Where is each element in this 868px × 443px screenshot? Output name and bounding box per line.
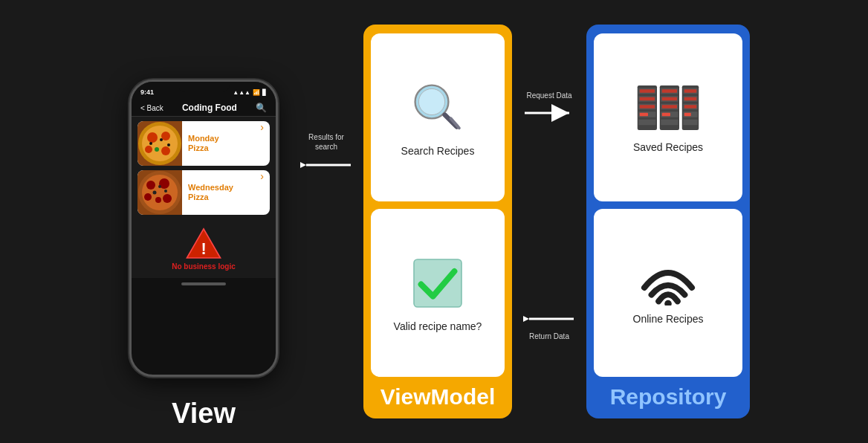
svg-rect-57 — [684, 97, 697, 101]
svg-rect-37 — [640, 97, 655, 101]
results-label: Results forsearch — [308, 132, 344, 152]
request-data-label: Request Data — [526, 91, 571, 100]
svg-rect-35 — [640, 89, 655, 93]
viewmodel-label: ViewModel — [380, 384, 495, 410]
results-arrow — [300, 155, 352, 175]
saved-recipes-card: Saved Recipes — [594, 33, 742, 201]
warning-icon: ! — [185, 227, 222, 259]
valid-recipe-card: Valid recipe name? — [371, 209, 505, 377]
recipe-chevron-monday: › — [260, 121, 270, 166]
phone-content: MondayPizza › — [132, 117, 276, 278]
online-recipes-card: Online Recipes — [594, 209, 742, 377]
svg-rect-41 — [640, 113, 648, 117]
viewmodel-section: Search Recipes Valid recipe name? ViewMo… — [363, 25, 512, 418]
svg-point-16 — [155, 197, 161, 203]
svg-point-8 — [149, 142, 152, 145]
search-recipes-card: Search Recipes — [371, 33, 505, 201]
svg-rect-61 — [684, 113, 691, 117]
wifi-icon — [638, 261, 698, 305]
saved-recipes-title: Saved Recipes — [633, 141, 703, 153]
svg-point-63 — [664, 300, 672, 305]
online-recipes-title: Online Recipes — [633, 313, 704, 325]
svg-rect-59 — [684, 105, 697, 109]
battery-icon: ▊ — [262, 89, 267, 96]
search-recipes-title: Search Recipes — [401, 145, 475, 157]
repository-section: Saved Recipes Online Recipes Repository — [586, 25, 750, 418]
svg-rect-42 — [638, 120, 655, 126]
phone-search-button[interactable]: 🔍 — [256, 103, 267, 113]
svg-text:!: ! — [201, 239, 206, 258]
recipe-img-wednesday — [137, 170, 182, 215]
signal-icon: ▲▲▲ — [233, 89, 250, 96]
svg-rect-52 — [661, 120, 678, 126]
svg-point-9 — [167, 143, 170, 146]
recipe-card-monday[interactable]: MondayPizza › — [137, 121, 270, 166]
svg-rect-51 — [662, 113, 670, 117]
phone-time: 9:41 — [140, 88, 154, 96]
server-icon — [635, 82, 702, 134]
return-data-arrow-container: Return Data — [523, 308, 575, 340]
svg-point-17 — [153, 191, 157, 195]
right-arrows-section: Request Data Return Data — [519, 13, 579, 430]
no-business-text: No business logic — [172, 262, 236, 271]
phone-nav-title: Coding Food — [182, 103, 237, 113]
phone-home-indicator — [181, 282, 226, 285]
svg-point-1 — [142, 126, 178, 161]
recipe-card-content-wednesday: WednesdayPizza — [182, 170, 260, 215]
svg-point-11 — [142, 175, 178, 210]
svg-point-4 — [145, 146, 152, 153]
view-label: View — [172, 398, 236, 430]
svg-point-14 — [144, 193, 152, 201]
results-arrow-container: Results forsearch — [300, 132, 352, 175]
checkmark-icon — [408, 253, 467, 313]
request-data-arrow — [523, 103, 575, 123]
phone-notch — [178, 82, 230, 92]
svg-rect-45 — [662, 89, 677, 93]
svg-point-7 — [160, 138, 163, 141]
svg-rect-39 — [640, 105, 655, 109]
svg-rect-62 — [683, 120, 698, 126]
recipe-chevron-wednesday: › — [260, 170, 270, 215]
svg-point-19 — [158, 185, 161, 188]
svg-rect-49 — [662, 105, 677, 109]
phone-back-button[interactable]: < Back — [140, 104, 163, 112]
svg-point-6 — [155, 147, 159, 152]
repository-label: Repository — [610, 384, 727, 410]
recipe-title-wednesday: WednesdayPizza — [188, 183, 233, 202]
search-icon — [408, 78, 467, 138]
phone-wrapper: 9:41 ▲▲▲ 📶 ▊ < Back Coding Food 🔍 — [129, 80, 278, 392]
phone-status-icons: ▲▲▲ 📶 ▊ — [233, 89, 267, 96]
phone-frame: 9:41 ▲▲▲ 📶 ▊ < Back Coding Food 🔍 — [129, 80, 278, 377]
recipe-img-monday — [137, 121, 182, 166]
svg-point-2 — [147, 132, 158, 143]
svg-point-5 — [161, 146, 170, 155]
svg-rect-55 — [684, 89, 697, 93]
return-data-arrow — [523, 308, 575, 329]
svg-point-15 — [163, 194, 172, 203]
svg-point-18 — [164, 190, 167, 193]
phone-nav-bar: < Back Coding Food 🔍 — [132, 100, 276, 117]
view-section: 9:41 ▲▲▲ 📶 ▊ < Back Coding Food 🔍 — [118, 13, 289, 430]
return-data-label: Return Data — [529, 332, 569, 340]
left-arrows-section: Results forsearch — [297, 13, 356, 430]
request-data-arrow-container: Request Data — [523, 91, 575, 123]
recipe-card-wednesday[interactable]: WednesdayPizza › — [137, 170, 270, 215]
wifi-status-icon: 📶 — [253, 89, 260, 96]
svg-rect-47 — [662, 97, 677, 101]
main-container: 9:41 ▲▲▲ 📶 ▊ < Back Coding Food 🔍 — [0, 0, 868, 443]
phone-warning: ! No business logic — [132, 219, 276, 278]
valid-recipe-title: Valid recipe name? — [394, 320, 482, 332]
svg-point-25 — [418, 88, 444, 114]
recipe-title-monday: MondayPizza — [188, 134, 219, 153]
svg-point-12 — [146, 181, 155, 190]
recipe-card-content-monday: MondayPizza — [182, 121, 260, 166]
